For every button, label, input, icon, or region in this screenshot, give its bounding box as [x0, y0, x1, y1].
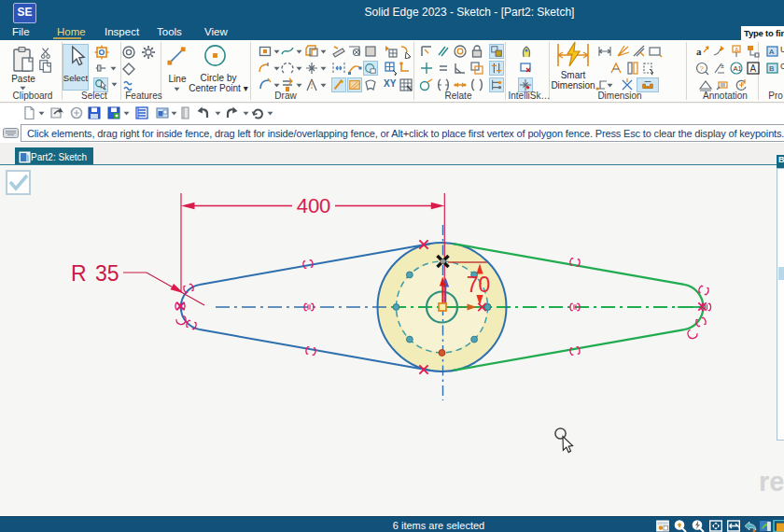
svg-text:a: a: [696, 46, 702, 57]
svg-text:R: R: [71, 261, 87, 286]
svg-text:A1: A1: [734, 64, 742, 73]
svg-text:400: 400: [297, 194, 331, 217]
svg-text:A: A: [750, 63, 757, 74]
svg-text:±: ±: [721, 63, 724, 69]
svg-text:35: 35: [95, 261, 119, 286]
svg-text:?: ?: [700, 64, 705, 73]
svg-text:A: A: [769, 48, 775, 56]
svg-text:B: B: [769, 64, 774, 73]
svg-text:A: A: [735, 47, 739, 53]
svg-text:70: 70: [467, 273, 491, 297]
